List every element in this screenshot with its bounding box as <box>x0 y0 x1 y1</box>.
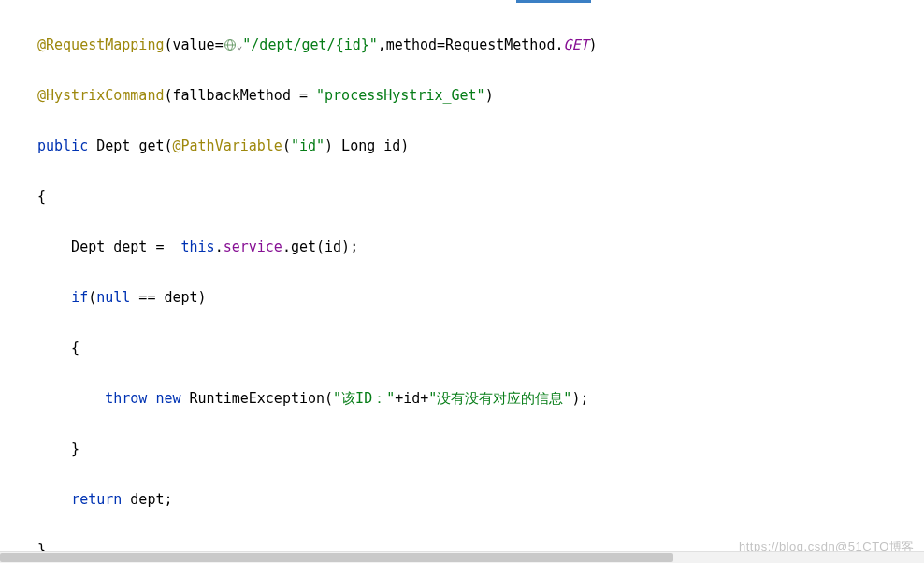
brace: { <box>37 188 46 205</box>
keyword-throw: throw <box>105 390 147 407</box>
code-line[interactable]: @HystrixCommand(fallbackMethod = "proces… <box>37 83 924 108</box>
code-line[interactable]: @RequestMapping(value=⌄"/dept/get/{id}",… <box>37 33 924 58</box>
brace: { <box>37 339 79 356</box>
keyword: if <box>71 289 88 306</box>
text: RuntimeException( <box>181 390 334 407</box>
text: ) <box>485 87 494 104</box>
scrollbar-thumb[interactable] <box>0 553 673 562</box>
brace: } <box>37 440 79 457</box>
text: ( <box>282 137 291 154</box>
text: ) Long id) <box>325 137 409 154</box>
annotation: @RequestMapping <box>37 36 164 53</box>
text: ,method=RequestMethod. <box>378 36 564 53</box>
text: . <box>215 238 224 255</box>
text: == dept) <box>130 289 206 306</box>
text <box>37 390 105 407</box>
string-quote: " <box>316 137 325 154</box>
text: Dept <box>88 137 138 154</box>
text: .get(id); <box>282 238 358 255</box>
code-line[interactable]: if(null == dept) <box>37 285 924 310</box>
url-string[interactable]: "/dept/get/{id}" <box>242 36 378 53</box>
text: ( <box>164 137 172 154</box>
string: "processHystrix_Get" <box>316 87 485 104</box>
string-quote: " <box>291 137 299 154</box>
text: (value= <box>164 36 223 53</box>
horizontal-scrollbar[interactable] <box>0 551 924 563</box>
annotation: @HystrixCommand <box>37 87 164 104</box>
keyword-return: return <box>71 491 122 508</box>
keyword-new: new <box>155 390 180 407</box>
text: ) <box>589 36 598 53</box>
text: (fallbackMethod = <box>164 87 316 104</box>
code-line[interactable]: Dept dept = this.service.get(id); <box>37 235 924 260</box>
text: ); <box>571 390 588 407</box>
string-id: id <box>299 137 316 154</box>
keyword-null: null <box>96 289 130 306</box>
text <box>37 289 71 306</box>
code-line[interactable]: { <box>37 184 924 209</box>
annotation: @PathVariable <box>173 137 282 154</box>
string: "该ID：" <box>333 390 395 407</box>
code-line[interactable]: { <box>37 336 924 361</box>
text: Dept dept = <box>37 238 181 255</box>
text: dept; <box>122 491 172 508</box>
string: "没有没有对应的信息" <box>428 390 571 407</box>
field: service <box>224 238 282 255</box>
code-line[interactable]: } <box>37 437 924 462</box>
text <box>37 491 71 508</box>
code-editor[interactable]: @RequestMapping(value=⌄"/dept/get/{id}",… <box>0 0 924 563</box>
code-line[interactable]: public Dept get(@PathVariable("id") Long… <box>37 134 924 159</box>
keyword-this: this <box>181 238 215 255</box>
keyword: public <box>37 137 88 154</box>
method-name: get <box>138 137 164 154</box>
text: ( <box>88 289 96 306</box>
text: +id+ <box>395 390 428 407</box>
code-line[interactable]: return dept; <box>37 487 924 512</box>
globe-icon[interactable] <box>224 38 237 51</box>
enum-constant: GET <box>564 36 589 53</box>
code-line[interactable]: throw new RuntimeException("该ID："+id+"没有… <box>37 386 924 411</box>
